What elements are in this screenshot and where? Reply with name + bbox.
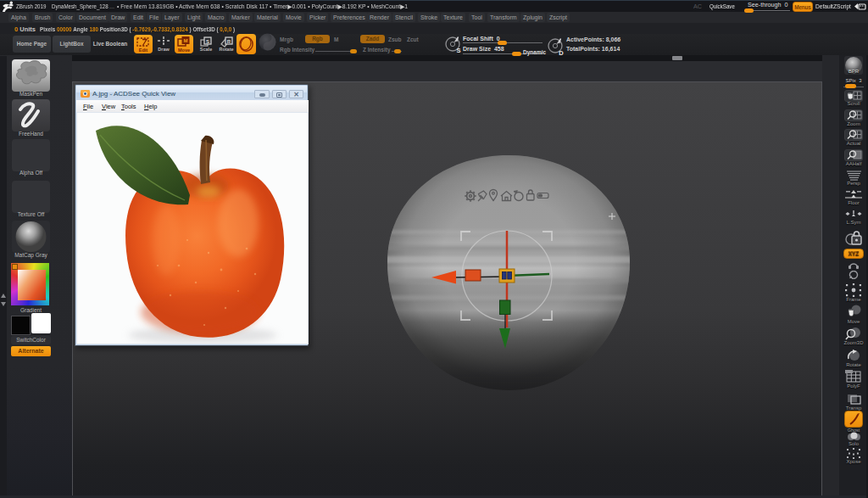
svg-text:M: M (184, 38, 188, 43)
svg-text:R: R (227, 39, 231, 44)
svg-text:Edit: Edit (139, 48, 148, 53)
svg-text:S: S (206, 39, 209, 44)
svg-text:Move: Move (178, 48, 190, 53)
svg-text:Scale: Scale (200, 47, 212, 52)
svg-text:Draw: Draw (158, 47, 170, 52)
svg-text:Rotate: Rotate (219, 47, 233, 52)
svg-text:D: D (559, 49, 564, 57)
svg-text:S: S (456, 47, 460, 54)
